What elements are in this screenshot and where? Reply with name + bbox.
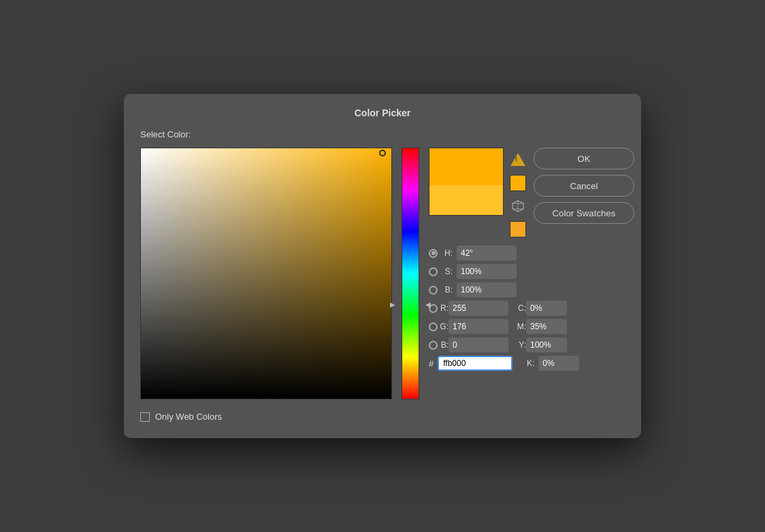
g-radio[interactable] [429,322,438,331]
r-input[interactable] [449,301,508,316]
color-picker-dialog: Color Picker Select Color: ▶ ◀ [124,94,641,438]
dialog-title: Color Picker [140,107,625,118]
only-web-colors-checkbox[interactable] [140,412,150,422]
right-panel: OK Cancel Color Swatches H: S: [429,148,634,371]
bottom-row: Only Web Colors [140,412,625,422]
select-color-label: Select Color: [140,129,625,139]
ok-button[interactable]: OK [534,148,634,169]
color-old-swatch [429,185,503,215]
color-swatches-button[interactable]: Color Swatches [534,202,634,224]
h-input[interactable] [457,246,517,261]
s-input-row: S: [429,264,634,279]
blue-radio[interactable] [429,341,438,350]
warning-triangle [510,153,525,166]
g-input-row: G: M: [429,319,634,334]
slider-arrows: ▶ ◀ [390,301,431,308]
slider-arrow-left: ◀ [425,301,431,308]
cube-icon[interactable] [510,198,526,214]
b-hsb-input-row: B: [429,282,634,297]
icons-column [509,148,527,237]
buttons-column: OK Cancel Color Swatches [534,148,634,224]
b-hsb-input[interactable] [457,282,517,297]
color-new-swatch [429,148,503,185]
c-label: C: [514,303,526,313]
warning-icon[interactable] [509,150,527,168]
gradient-inner [141,148,391,399]
r-input-row: R: C: [429,301,634,316]
preview-area [429,148,527,237]
c-input[interactable] [526,301,567,316]
k-label: K: [522,359,534,368]
s-input[interactable] [457,264,517,279]
hex-k-row: # K: [429,356,634,371]
g-input[interactable] [449,319,508,334]
y-label: Y: [514,340,526,350]
main-content: ▶ ◀ [140,148,625,399]
cancel-button[interactable]: Cancel [534,175,634,197]
current-swatch[interactable] [510,221,526,237]
k-input[interactable] [538,356,579,371]
gradient-picker[interactable] [140,148,392,399]
slider-arrow-right: ▶ [390,301,395,308]
h-input-row: H: [429,246,634,261]
gradient-dark-layer [141,148,391,399]
r-label: R: [438,303,449,313]
b-hsb-label: B: [442,285,453,295]
blue-input-row: B: Y: [429,337,634,352]
warning-swatch[interactable] [510,175,526,191]
y-input[interactable] [526,337,567,352]
m-label: M: [514,322,526,331]
inputs-section: H: S: B: R: C: [429,246,634,371]
h-radio[interactable] [429,249,438,258]
hex-hash: # [429,359,434,369]
b-hsb-radio[interactable] [429,286,438,295]
blue-input[interactable] [449,337,508,352]
only-web-colors-label: Only Web Colors [155,412,222,422]
s-label: S: [442,267,453,276]
m-input[interactable] [526,319,567,334]
hue-slider[interactable] [402,148,419,399]
blue-label: B: [438,340,449,350]
h-label: H: [442,248,453,258]
hue-slider-wrapper: ▶ ◀ [402,148,419,399]
picker-cursor [379,150,386,156]
hex-input[interactable] [438,356,512,371]
color-preview [429,148,504,216]
s-radio[interactable] [429,267,438,276]
g-label: G: [438,322,449,331]
